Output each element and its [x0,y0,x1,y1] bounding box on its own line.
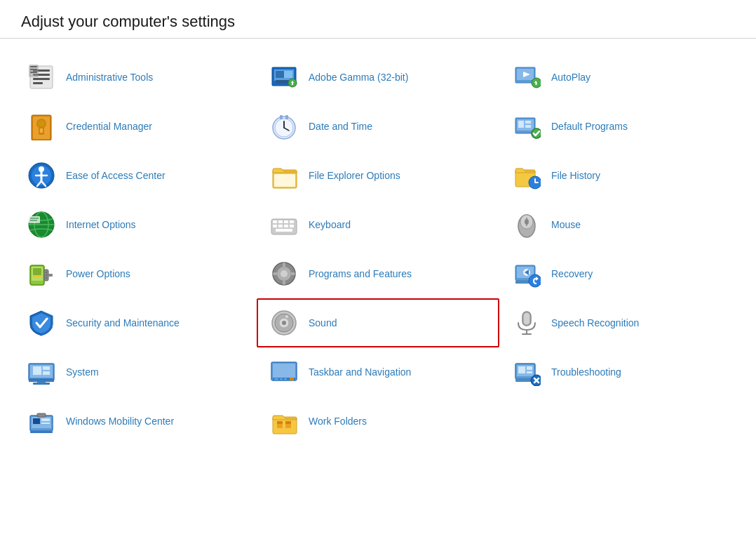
control-item-credential-manager[interactable]: Credential Manager [14,102,257,151]
svg-rect-108 [33,383,50,385]
control-item-label-adobe-gamma: Adobe Gamma (32-bit) [309,71,408,84]
internet-options-icon [25,208,58,241]
control-item-speech-recognition[interactable]: Speech Recognition [499,298,742,347]
svg-rect-7 [30,69,37,70]
svg-rect-37 [518,121,524,128]
svg-rect-131 [33,418,40,424]
header-divider [0,38,756,39]
control-item-ease-of-access[interactable]: Ease of Access Center [14,151,257,200]
control-item-autoplay[interactable]: AutoPlay [499,53,742,102]
control-item-recovery[interactable]: Recovery [499,249,742,298]
svg-rect-75 [33,275,41,278]
svg-rect-109 [29,379,54,382]
windows-mobility-center-icon [25,405,58,437]
adobe-gamma-icon [268,61,300,93]
svg-rect-130 [37,413,46,417]
power-options-icon [25,258,58,290]
svg-rect-67 [276,229,292,232]
control-item-date-and-time[interactable]: Date and Time [257,102,499,151]
svg-rect-114 [274,378,278,380]
control-item-label-ease-of-access: Ease of Access Center [66,169,166,182]
svg-rect-55 [29,216,40,223]
svg-rect-62 [290,220,294,223]
svg-rect-66 [290,225,294,227]
control-item-programs-and-features[interactable]: Programs and Features [257,249,499,298]
control-item-adobe-gamma[interactable]: Adobe Gamma (32-bit) [257,53,499,102]
control-item-internet-options[interactable]: Internet Options [14,200,257,249]
control-item-label-administrative-tools: Administrative Tools [66,71,153,84]
svg-rect-60 [278,220,283,223]
page-header: Adjust your computer's settings [0,0,756,38]
svg-rect-122 [527,371,532,373]
control-item-label-power-options: Power Options [66,267,130,280]
control-item-work-folders[interactable]: Work Folders [257,397,499,446]
svg-rect-99 [524,313,529,324]
programs-and-features-icon [268,258,300,290]
svg-rect-28 [40,128,43,133]
control-item-label-sound: Sound [309,317,337,329]
control-item-troubleshooting[interactable]: Troubleshooting [499,347,742,397]
recovery-icon [511,258,543,290]
control-item-file-explorer-options[interactable]: File Explorer Options [257,151,499,200]
svg-rect-65 [284,225,288,227]
svg-rect-104 [33,366,41,375]
control-item-default-programs[interactable]: Default Programs [499,102,742,151]
control-item-label-work-folders: Work Folders [309,415,367,427]
control-panel-grid: Administrative Tools Adobe Gamma (32-bit… [0,46,756,453]
svg-point-83 [281,270,288,277]
control-item-file-history[interactable]: File History [499,151,742,200]
svg-point-26 [38,120,45,127]
control-item-label-recovery: Recovery [551,267,593,280]
administrative-tools-icon [25,61,58,93]
svg-rect-106 [43,371,50,375]
svg-rect-133 [41,423,50,424]
control-item-label-file-explorer-options: File Explorer Options [309,169,400,182]
svg-rect-4 [33,82,43,84]
svg-rect-8 [30,72,37,73]
svg-rect-11 [276,71,284,78]
svg-point-96 [282,321,286,325]
svg-rect-138 [285,421,291,424]
speech-recognition-icon [511,307,543,339]
control-item-windows-mobility-center[interactable]: Windows Mobility Center [14,397,257,446]
svg-rect-112 [273,364,295,378]
control-item-label-default-programs: Default Programs [551,120,628,133]
control-item-system[interactable]: System [14,347,257,397]
svg-rect-38 [525,121,531,124]
troubleshooting-icon [511,356,543,388]
control-item-label-system: System [66,366,99,378]
control-item-security-and-maintenance[interactable]: Security and Maintenance [14,298,257,347]
svg-point-71 [525,219,529,225]
control-item-keyboard[interactable]: Keyboard [257,200,499,249]
sound-icon [268,307,300,339]
svg-rect-64 [278,225,283,227]
svg-point-97 [285,315,288,318]
credential-manager-icon [25,110,58,142]
control-item-mouse[interactable]: Mouse [499,200,742,249]
security-and-maintenance-icon [25,307,58,339]
svg-rect-87 [290,272,295,275]
date-and-time-icon [268,110,300,142]
svg-rect-105 [43,366,50,370]
svg-rect-61 [284,220,288,223]
work-folders-icon [268,405,300,437]
control-item-power-options[interactable]: Power Options [14,249,257,298]
svg-rect-117 [290,378,294,380]
svg-rect-84 [283,263,285,268]
control-item-taskbar-and-navigation[interactable]: Taskbar and Navigation [257,347,499,397]
autoplay-icon [511,61,543,93]
control-item-label-mouse: Mouse [551,218,581,231]
taskbar-and-navigation-icon [268,356,300,388]
svg-rect-121 [527,366,532,370]
control-item-sound[interactable]: Sound [257,298,499,347]
svg-rect-116 [284,378,287,380]
svg-rect-6 [30,66,37,67]
control-item-administrative-tools[interactable]: Administrative Tools [14,53,257,102]
control-item-label-date-and-time: Date and Time [309,120,372,133]
svg-rect-137 [277,421,283,424]
file-history-icon [511,159,543,192]
svg-rect-12 [284,71,292,78]
control-item-label-credential-manager: Credential Manager [66,120,152,133]
svg-rect-132 [41,418,50,421]
control-item-label-keyboard: Keyboard [309,218,351,231]
